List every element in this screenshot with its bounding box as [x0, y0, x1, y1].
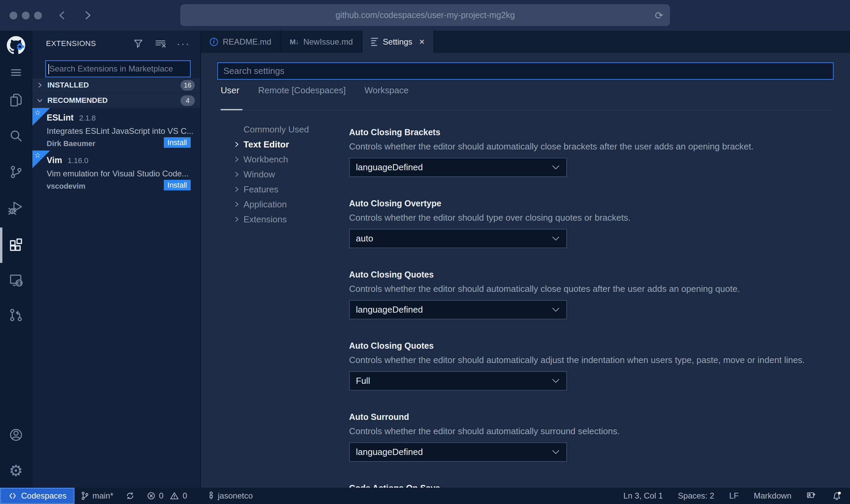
active-scope-underline	[221, 109, 242, 110]
section-installed[interactable]: INSTALLED 16	[32, 77, 200, 93]
forward-icon[interactable]	[82, 9, 93, 22]
setting-description: Controls whether the editor should autom…	[349, 284, 840, 294]
setting-title: Code Actions On Save	[349, 483, 840, 488]
account-icon[interactable]	[0, 426, 32, 444]
setting-entry: Auto Closing Brackets Controls whether t…	[349, 127, 840, 198]
setting-description: Controls whether the editor should autom…	[349, 426, 840, 436]
cursor-position[interactable]: Ln 3, Col 1	[623, 491, 663, 501]
window-close-button[interactable]	[10, 12, 17, 19]
chevron-down-icon	[551, 378, 560, 384]
back-icon[interactable]	[57, 9, 68, 22]
chevron-right-icon	[233, 216, 240, 223]
extensions-search-input[interactable]	[46, 64, 190, 74]
tab-newissue[interactable]: M↓ NewIssue.md	[281, 31, 362, 53]
toc-window[interactable]: Window	[233, 167, 346, 182]
toc-features[interactable]: Features	[233, 182, 346, 197]
address-bar[interactable]: github.com/codespaces/user-my-project-mg…	[180, 4, 670, 26]
settings-list-icon	[371, 38, 378, 46]
window-maximize-button[interactable]	[34, 12, 42, 19]
sync-status[interactable]	[120, 488, 141, 504]
setting-value-dropdown[interactable]: languageDefined	[349, 300, 567, 319]
notifications-bell-icon[interactable]	[832, 491, 842, 501]
menu-icon[interactable]	[0, 63, 32, 82]
url-text: github.com/codespaces/user-my-project-mg…	[335, 10, 515, 20]
remote-explorer-icon[interactable]	[0, 271, 32, 289]
setting-entry: Code Actions On Save	[349, 483, 840, 488]
scope-tab-workspace[interactable]: Workspace	[364, 85, 409, 96]
indentation-status[interactable]: Spaces: 2	[678, 491, 714, 501]
setting-title: Auto Closing Overtype	[349, 198, 840, 208]
remote-indicator[interactable]: Codespaces	[0, 488, 75, 504]
feedback-icon[interactable]	[806, 491, 817, 501]
window-minimize-button[interactable]	[22, 12, 30, 19]
star-icon: ☆	[34, 151, 41, 159]
eol-status[interactable]: LF	[729, 491, 739, 501]
chevron-right-icon	[233, 171, 240, 178]
settings-gear-icon[interactable]: ⚙	[0, 461, 32, 480]
toc-extensions[interactable]: Extensions	[233, 212, 346, 227]
tab-readme[interactable]: i README.md	[201, 31, 281, 53]
clear-extension-search-icon[interactable]	[154, 38, 167, 49]
scope-tab-remote[interactable]: Remote [Codespaces]	[258, 85, 346, 96]
remote-label: Codespaces	[21, 491, 66, 501]
setting-entry: Auto Closing Quotes Controls whether the…	[349, 269, 840, 341]
info-icon: i	[210, 38, 218, 46]
error-icon	[147, 491, 156, 500]
branch-status[interactable]: main*	[75, 488, 119, 504]
chevron-down-icon	[551, 450, 560, 455]
extensions-search-box[interactable]	[45, 60, 191, 77]
toc-commonly-used[interactable]: Commonly Used	[233, 122, 346, 137]
setting-description: Controls whether the editor should autom…	[349, 355, 840, 365]
sidebar-title: EXTENSIONS	[46, 39, 96, 48]
explorer-icon[interactable]	[0, 91, 32, 110]
markdown-icon: M↓	[290, 38, 299, 46]
tab-settings[interactable]: Settings ×	[362, 31, 434, 53]
setting-entry: Auto Closing Quotes Controls whether the…	[349, 341, 840, 412]
more-actions-icon[interactable]: ···	[177, 38, 190, 49]
setting-entry: Auto Closing Overtype Controls whether t…	[349, 198, 840, 269]
extension-publisher: vscodevim	[47, 182, 85, 191]
problems-status[interactable]: 0 0	[141, 488, 193, 504]
setting-value-dropdown[interactable]: auto	[349, 229, 567, 248]
filter-icon[interactable]	[132, 38, 144, 49]
language-mode[interactable]: Markdown	[754, 491, 791, 501]
source-control-icon[interactable]	[0, 163, 32, 181]
extension-list-item[interactable]: ☆ Vim 1.16.0 Vim emulation for Visual St…	[32, 151, 200, 193]
run-debug-icon[interactable]	[0, 199, 32, 217]
chevron-right-icon	[233, 141, 240, 148]
extensions-sidebar: EXTENSIONS ··· INSTALLED 16	[32, 31, 201, 488]
toc-application[interactable]: Application	[233, 197, 346, 212]
setting-title: Auto Closing Brackets	[349, 127, 840, 137]
settings-search-box[interactable]	[217, 62, 834, 80]
settings-search-input[interactable]	[218, 66, 833, 76]
settings-scope-tabs: User Remote [Codespaces] Workspace	[221, 83, 409, 98]
chevron-down-icon	[37, 97, 43, 104]
chevron-right-icon	[37, 82, 43, 88]
section-recommended[interactable]: RECOMMENDED 4	[32, 93, 200, 108]
window-controls[interactable]	[10, 12, 42, 19]
install-button[interactable]: Install	[164, 137, 191, 148]
toc-workbench[interactable]: Workbench	[233, 152, 346, 167]
setting-value-dropdown[interactable]: languageDefined	[349, 442, 567, 462]
reload-icon[interactable]: ⟳	[655, 5, 663, 26]
settings-editor: User Remote [Codespaces] Workspace Commo…	[201, 53, 850, 488]
status-bar: Codespaces main* 0 0 jasonetco Ln 3, Col…	[0, 488, 850, 504]
star-icon: ☆	[34, 109, 41, 117]
pull-requests-icon[interactable]	[0, 306, 32, 324]
user-status[interactable]: jasonetco	[202, 488, 259, 504]
search-icon[interactable]	[0, 127, 32, 145]
toc-text-editor[interactable]: Text Editor	[233, 137, 346, 152]
editor-tab-bar: i README.md M↓ NewIssue.md Settings ×	[201, 31, 850, 53]
extensions-icon[interactable]	[0, 235, 32, 254]
tab-label: Settings	[383, 37, 412, 47]
screen: github.com/codespaces/user-my-project-mg…	[0, 0, 850, 504]
setting-value-dropdown[interactable]: Full	[349, 371, 567, 391]
extension-list-item[interactable]: ☆ ESLint 2.1.8 Integrates ESLint JavaScr…	[32, 108, 200, 151]
install-button[interactable]: Install	[164, 180, 191, 190]
warning-count: 0	[183, 491, 187, 501]
scope-tab-user[interactable]: User	[221, 85, 239, 96]
setting-value-dropdown[interactable]: languageDefined	[349, 158, 567, 177]
close-icon[interactable]: ×	[419, 37, 425, 47]
warning-icon	[170, 491, 179, 500]
github-logo-icon	[0, 36, 32, 54]
